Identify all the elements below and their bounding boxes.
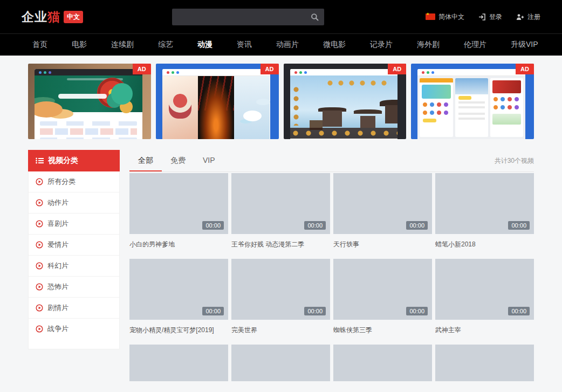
video-thumbnail[interactable]: 00:00 bbox=[231, 173, 330, 234]
site-logo[interactable]: 企业猫 中文 bbox=[22, 9, 83, 25]
search-box bbox=[172, 9, 324, 25]
video-title[interactable]: 蜘蛛侠第三季 bbox=[333, 326, 432, 335]
nav-item-overseas[interactable]: 海外剧 bbox=[417, 40, 440, 50]
video-thumbnail[interactable]: 00:00 bbox=[333, 259, 432, 320]
nav-item-home[interactable]: 首页 bbox=[32, 40, 47, 50]
duration-badge: 00:00 bbox=[304, 307, 326, 315]
ad-badge: AD bbox=[133, 64, 151, 74]
sidebar-item-action[interactable]: 动作片 bbox=[29, 192, 119, 214]
top-header: 企业猫 中文 简体中文 登录 bbox=[0, 0, 562, 33]
nav-item-cartoon[interactable]: 动画片 bbox=[276, 40, 299, 50]
nav-item-movies[interactable]: 电影 bbox=[72, 40, 87, 50]
language-switch[interactable]: 简体中文 bbox=[426, 12, 464, 22]
play-circle-icon bbox=[36, 304, 43, 312]
search-button[interactable] bbox=[307, 10, 322, 24]
sidebar-item-scifi[interactable]: 科幻片 bbox=[29, 256, 119, 277]
video-title[interactable]: 蜡笔小新2018 bbox=[435, 240, 534, 249]
duration-badge: 00:00 bbox=[406, 221, 428, 230]
video-title[interactable]: 武神主宰 bbox=[435, 326, 534, 335]
search-input[interactable] bbox=[172, 9, 324, 25]
ad-banner-2[interactable]: AD bbox=[156, 64, 279, 139]
video-card[interactable]: 00:00 蜡笔小新2018 bbox=[435, 173, 534, 249]
sidebar-list: 所有分类 动作片 喜剧片 爱情片 科幻片 恐怖片 bbox=[28, 171, 120, 349]
filter-tabbar: 全部 免费 VIP 共计30个视频 bbox=[129, 150, 534, 172]
login-label: 登录 bbox=[489, 12, 502, 22]
category-sidebar: 视频分类 所有分类 动作片 喜剧片 爱情片 科幻片 bbox=[28, 150, 120, 349]
register-link[interactable]: 注册 bbox=[516, 12, 540, 22]
tab-vip[interactable]: VIP bbox=[194, 150, 224, 171]
sidebar-item-all[interactable]: 所有分类 bbox=[29, 171, 119, 192]
video-card[interactable]: 00:00 完美世界 bbox=[231, 259, 330, 335]
main-nav: 首页 电影 连续剧 综艺 动漫 资讯 动画片 微电影 记录片 海外剧 伦理片 升… bbox=[0, 33, 562, 56]
video-thumb-placeholder[interactable] bbox=[333, 345, 432, 381]
video-thumbnail[interactable]: 00:00 bbox=[435, 173, 534, 234]
nav-item-documentary[interactable]: 记录片 bbox=[370, 40, 393, 50]
china-flag-icon bbox=[426, 13, 435, 20]
video-thumbnail[interactable]: 00:00 bbox=[129, 259, 228, 320]
sidebar-item-horror[interactable]: 恐怖片 bbox=[29, 277, 119, 298]
video-content: 全部 免费 VIP 共计30个视频 00:00 小白的男神爹地 00:00 王爷… bbox=[129, 150, 534, 381]
video-thumb-placeholder[interactable] bbox=[435, 345, 534, 381]
logo-text-main: 企业猫 bbox=[22, 9, 60, 25]
video-thumbnail[interactable]: 00:00 bbox=[435, 259, 534, 320]
duration-badge: 00:00 bbox=[406, 307, 428, 315]
video-card[interactable]: 00:00 天行轶事 bbox=[333, 173, 432, 249]
video-title[interactable]: 宠物小精灵/精灵宝可梦[2019] bbox=[129, 326, 228, 335]
nav-item-upgrade-vip[interactable]: 升级VIP bbox=[511, 40, 538, 50]
page: 企业猫 中文 简体中文 登录 bbox=[0, 0, 562, 392]
ad-banner-3[interactable]: AD bbox=[284, 64, 407, 139]
tab-free[interactable]: 免费 bbox=[162, 150, 194, 171]
duration-badge: 00:00 bbox=[508, 221, 530, 230]
video-thumbnail[interactable]: 00:00 bbox=[231, 259, 330, 320]
video-title[interactable]: 完美世界 bbox=[231, 326, 330, 335]
sidebar-item-comedy[interactable]: 喜剧片 bbox=[29, 214, 119, 235]
video-thumb-placeholder[interactable] bbox=[129, 345, 228, 381]
video-card[interactable]: 00:00 王爷你好贱 动态漫第二季 bbox=[231, 173, 330, 249]
tab-all[interactable]: 全部 bbox=[129, 150, 162, 171]
nav-item-anime[interactable]: 动漫 bbox=[197, 40, 213, 50]
sidebar-item-label: 科幻片 bbox=[47, 261, 68, 271]
login-link[interactable]: 登录 bbox=[478, 12, 502, 22]
video-card[interactable]: 00:00 武神主宰 bbox=[435, 259, 534, 335]
video-thumb-placeholder[interactable] bbox=[231, 345, 330, 381]
duration-badge: 00:00 bbox=[304, 221, 326, 230]
video-card[interactable]: 00:00 宠物小精灵/精灵宝可梦[2019] bbox=[129, 259, 228, 335]
sidebar-item-label: 剧情片 bbox=[47, 303, 68, 313]
ad-banner-1[interactable]: AD bbox=[28, 64, 151, 139]
sidebar-item-war[interactable]: 战争片 bbox=[29, 319, 119, 339]
nav-item-variety[interactable]: 综艺 bbox=[158, 40, 173, 50]
nav-item-series[interactable]: 连续剧 bbox=[111, 40, 134, 50]
search-icon bbox=[311, 13, 319, 21]
register-label: 注册 bbox=[527, 12, 540, 22]
video-card[interactable]: 00:00 蜘蛛侠第三季 bbox=[333, 259, 432, 335]
play-circle-icon bbox=[36, 199, 43, 207]
video-thumbnail[interactable]: 00:00 bbox=[333, 173, 432, 234]
ad-badge: AD bbox=[261, 64, 279, 74]
sidebar-header[interactable]: 视频分类 bbox=[28, 150, 120, 171]
video-card[interactable]: 00:00 小白的男神爹地 bbox=[129, 173, 228, 249]
video-grid: 00:00 小白的男神爹地 00:00 王爷你好贱 动态漫第二季 00:00 天… bbox=[129, 173, 534, 381]
sidebar-item-romance[interactable]: 爱情片 bbox=[29, 235, 119, 256]
logo-language-badge: 中文 bbox=[64, 11, 83, 23]
ad-banner-4[interactable]: AD bbox=[411, 64, 534, 139]
banner-art bbox=[35, 69, 142, 139]
video-title[interactable]: 小白的男神爹地 bbox=[129, 240, 228, 249]
video-title[interactable]: 王爷你好贱 动态漫第二季 bbox=[231, 240, 330, 249]
header-actions: 简体中文 登录 注册 bbox=[426, 12, 540, 22]
duration-badge: 00:00 bbox=[508, 307, 530, 315]
sidebar-title: 视频分类 bbox=[48, 156, 78, 166]
sidebar-item-drama[interactable]: 剧情片 bbox=[29, 298, 119, 319]
nav-item-microfilm[interactable]: 微电影 bbox=[323, 40, 346, 50]
video-thumbnail[interactable]: 00:00 bbox=[129, 173, 228, 234]
sidebar-item-label: 战争片 bbox=[47, 324, 68, 334]
language-label: 简体中文 bbox=[438, 12, 464, 22]
ad-badge: AD bbox=[388, 64, 406, 74]
banner-art bbox=[417, 69, 525, 139]
video-total-count: 共计30个视频 bbox=[495, 156, 534, 166]
sidebar-item-label: 爱情片 bbox=[47, 240, 68, 250]
nav-item-ethics[interactable]: 伦理片 bbox=[464, 40, 486, 50]
play-circle-icon bbox=[36, 241, 43, 249]
nav-item-news[interactable]: 资讯 bbox=[237, 40, 252, 50]
video-title[interactable]: 天行轶事 bbox=[333, 240, 432, 249]
play-circle-icon bbox=[36, 178, 43, 185]
